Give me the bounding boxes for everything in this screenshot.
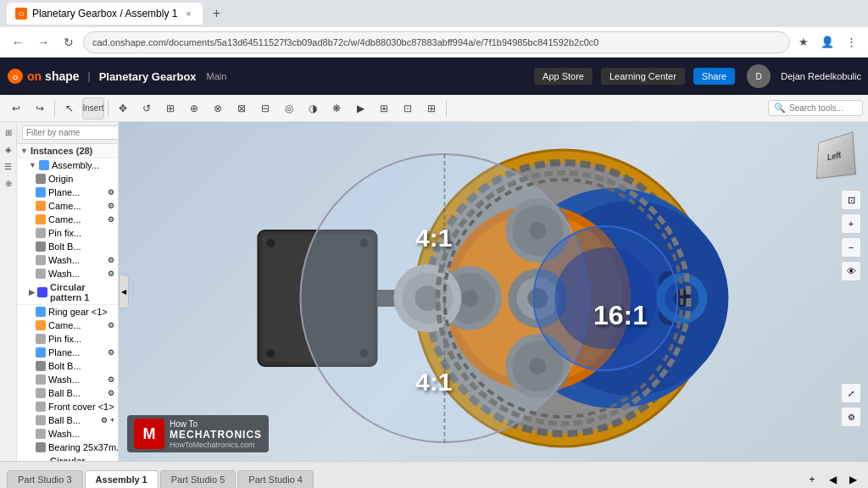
tool-search-container[interactable]: 🔍 xyxy=(768,100,863,116)
redo-icon[interactable]: ↪ xyxy=(29,97,51,119)
settings-viewport-button[interactable]: ⚙ xyxy=(841,407,861,427)
bolt2-item[interactable]: Bolt B... xyxy=(17,359,118,373)
mate-icon[interactable]: ⊞ xyxy=(373,97,395,119)
separator2 xyxy=(108,100,108,117)
bearing-label: Bearing 25x37m... xyxy=(48,442,118,452)
svg-text:O: O xyxy=(13,74,18,81)
navigation-cube[interactable]: Left xyxy=(809,130,860,181)
wash3-item[interactable]: Wash... ⚙ xyxy=(17,373,118,386)
wash1-item[interactable]: Wash... ⚙ xyxy=(17,253,118,267)
wash3-badge: ⚙ xyxy=(108,375,114,384)
assembly-item[interactable]: ▼ Assembly... xyxy=(17,158,118,172)
transform-icon[interactable]: ⊞ xyxy=(159,97,181,119)
move-icon[interactable]: ✥ xyxy=(112,97,134,119)
address-bar[interactable]: cad.onshape.com/documents/5a13d64511527f… xyxy=(83,31,790,53)
instances-section[interactable]: ▼ Instances (28) xyxy=(17,144,118,158)
undo-icon[interactable]: ↩ xyxy=(5,97,27,119)
wash1-label: Wash... xyxy=(48,255,80,265)
view-button[interactable]: 👁 xyxy=(841,261,861,281)
rotate-icon[interactable]: ↺ xyxy=(136,97,158,119)
cube-face-label: Left xyxy=(816,131,856,179)
learning-center-button[interactable]: Learning Center xyxy=(601,68,685,85)
forward-button[interactable]: → xyxy=(32,31,54,53)
new-tab-button[interactable]: + xyxy=(206,3,226,24)
tab-part-studio-3[interactable]: Part Studio 3 xyxy=(7,470,83,488)
zoom-in-button[interactable]: + xyxy=(841,214,861,234)
measure-icon[interactable]: ⊠ xyxy=(231,97,253,119)
bolt-item[interactable]: Bolt B... xyxy=(17,240,118,253)
pinfix-item[interactable]: Pin fix... xyxy=(17,226,118,240)
profile-icon[interactable]: 👤 xyxy=(817,32,837,53)
panel-icon-1[interactable]: ⊞ xyxy=(2,125,15,139)
plane1-item[interactable]: Plane... ⚙ xyxy=(17,186,118,199)
insert-icon[interactable]: Insert xyxy=(82,97,104,119)
tab-part-studio-5[interactable]: Part Studio 5 xyxy=(160,470,236,488)
sidebar-collapse-button[interactable]: ◀ xyxy=(119,274,129,308)
tab-favicon: O xyxy=(15,8,27,19)
tab-add-button[interactable]: + xyxy=(804,471,821,488)
tab-scroll-left-button[interactable]: ◀ xyxy=(824,471,841,488)
zoom-fit-button[interactable]: ⊡ xyxy=(841,190,861,210)
came1-item[interactable]: Came... ⚙ xyxy=(17,199,118,213)
settings-icon[interactable]: ⋮ xyxy=(841,32,861,53)
frontcover-item[interactable]: Front cover <1> xyxy=(17,400,118,413)
bookmark-icon[interactable]: ★ xyxy=(793,32,814,53)
circular-pattern2-section[interactable]: ▶ Circular pattern 2 xyxy=(17,454,118,461)
section-icon[interactable]: ⊟ xyxy=(254,97,276,119)
ballb2-item[interactable]: Ball B... ⚙ + xyxy=(17,413,118,427)
app-store-button[interactable]: App Store xyxy=(534,68,593,85)
ringgear-item[interactable]: Ring gear <1> xyxy=(17,305,118,319)
circular-pattern1-section[interactable]: ▶ Circular pattern 1 xyxy=(17,280,118,305)
came3-icon xyxy=(36,320,46,330)
select-icon[interactable]: ↖ xyxy=(58,97,81,119)
came1-icon xyxy=(36,201,46,211)
filter-input[interactable] xyxy=(22,125,119,140)
how-label: How To xyxy=(170,419,198,429)
username: Dejan Redelkobulic xyxy=(781,71,861,81)
bearing-item[interactable]: Bearing 25x37m... xyxy=(17,441,118,454)
plane2-item[interactable]: Plane... ⚙ xyxy=(17,346,118,359)
came2-item[interactable]: Came... ⚙ xyxy=(17,213,118,226)
wash2-label: Wash... xyxy=(48,269,80,279)
ballb1-item[interactable]: Ball B... ⚙ xyxy=(17,386,118,400)
wash4-item[interactable]: Wash... xyxy=(17,427,118,441)
wash2-item[interactable]: Wash... ⚙ xyxy=(17,267,118,280)
tab-part-studio-3-label: Part Studio 3 xyxy=(18,474,72,485)
origin-icon xyxy=(36,174,46,184)
insert-label[interactable]: Insert xyxy=(83,103,104,113)
origin-item[interactable]: Origin xyxy=(17,172,118,186)
3d-viewport[interactable]: 4:1 4:1 16:1 Left ⊡ + − 👁 ◀ M xyxy=(119,122,868,461)
align-icon[interactable]: ⊗ xyxy=(207,97,229,119)
wash3-icon xyxy=(36,374,46,385)
tab-scroll-right-button[interactable]: ▶ xyxy=(844,471,861,488)
share-button[interactable]: Share xyxy=(693,68,735,85)
cp2-label: Circular pattern 2 xyxy=(50,456,114,461)
animate-icon[interactable]: ▶ xyxy=(349,97,371,119)
navigation-bar: ← → ↻ cad.onshape.com/documents/5a13d645… xyxy=(0,27,868,58)
pattern-icon[interactable]: ⊡ xyxy=(397,97,419,119)
tab-assembly-1[interactable]: Assembly 1 xyxy=(85,470,159,488)
expand-arrow: ▼ xyxy=(29,161,36,169)
tab-part-studio-4[interactable]: Part Studio 4 xyxy=(237,470,314,488)
pinfix2-item[interactable]: Pin fix... xyxy=(17,332,118,346)
wash3-label: Wash... xyxy=(48,374,80,385)
avatar[interactable]: D xyxy=(747,64,771,88)
appearance-icon[interactable]: ◑ xyxy=(302,97,324,119)
bolt2-label: Bolt B... xyxy=(48,361,81,371)
expand-viewport-button[interactable]: ⤢ xyxy=(841,383,861,403)
panel-icon-2[interactable]: ◈ xyxy=(2,142,15,156)
search-input[interactable] xyxy=(789,103,857,113)
panel-icon-3[interactable]: ☰ xyxy=(2,159,15,173)
refresh-button[interactable]: ↻ xyxy=(58,31,80,53)
tab-close-button[interactable]: × xyxy=(182,8,194,19)
came3-item[interactable]: Came... ⚙ xyxy=(17,319,118,332)
back-button[interactable]: ← xyxy=(7,31,29,53)
replicate-icon[interactable]: ⊞ xyxy=(420,97,442,119)
snap-icon[interactable]: ⊕ xyxy=(183,97,205,119)
panel-icon-4[interactable]: ⊕ xyxy=(2,176,15,190)
explode-icon[interactable]: ❋ xyxy=(326,97,348,119)
hide-icon[interactable]: ◎ xyxy=(278,97,300,119)
zoom-out-button[interactable]: − xyxy=(841,237,861,258)
active-tab[interactable]: O Planetary Gearbox / Assembly 1 × xyxy=(7,3,203,25)
plane1-label: Plane... xyxy=(48,187,80,197)
